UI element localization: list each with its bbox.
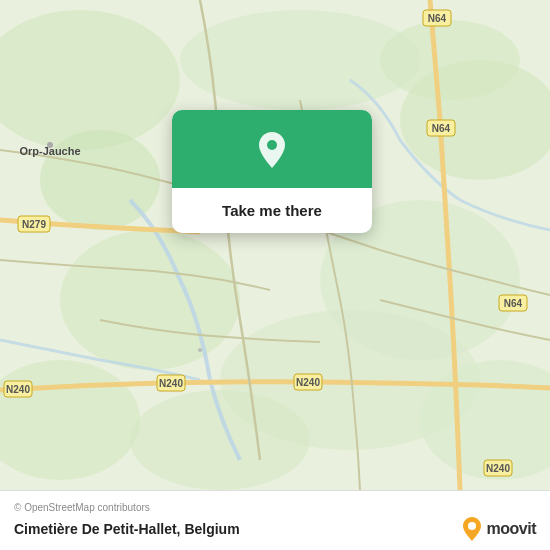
svg-text:N240: N240 xyxy=(486,463,510,474)
svg-point-5 xyxy=(60,230,240,370)
svg-point-31 xyxy=(198,348,202,352)
moovit-text: moovit xyxy=(487,520,536,538)
take-me-there-label: Take me there xyxy=(206,188,338,233)
svg-point-29 xyxy=(47,142,53,148)
map-container: N64 N64 N64 N279 N240 N240 N240 N240 Orp… xyxy=(0,0,550,490)
svg-text:N240: N240 xyxy=(296,377,320,388)
place-name: Cimetière De Petit-Hallet, Belgium xyxy=(14,521,240,537)
place-name-row: Cimetière De Petit-Hallet, Belgium moovi… xyxy=(14,516,536,542)
pin-icon-container xyxy=(172,110,372,188)
svg-point-11 xyxy=(380,20,520,100)
svg-text:N279: N279 xyxy=(22,219,46,230)
location-pin-icon xyxy=(250,128,294,172)
bottom-bar: © OpenStreetMap contributors Cimetière D… xyxy=(0,490,550,550)
take-me-there-button[interactable]: Take me there xyxy=(172,110,372,233)
svg-text:N64: N64 xyxy=(432,123,451,134)
svg-point-33 xyxy=(468,522,476,530)
moovit-pin-icon xyxy=(461,516,483,542)
attribution-text: © OpenStreetMap contributors xyxy=(14,502,536,513)
svg-text:N64: N64 xyxy=(428,13,447,24)
moovit-logo: moovit xyxy=(461,516,536,542)
svg-text:N240: N240 xyxy=(6,384,30,395)
svg-point-32 xyxy=(267,140,277,150)
svg-text:N240: N240 xyxy=(159,378,183,389)
svg-text:N64: N64 xyxy=(504,298,523,309)
svg-point-9 xyxy=(130,390,310,490)
